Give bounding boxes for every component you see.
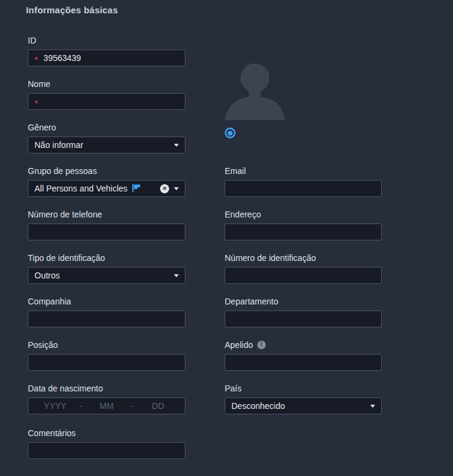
genero-label: Gênero [28,122,185,133]
apelido-input[interactable] [231,355,375,370]
departamento-label: Departamento [225,296,382,307]
numero-identificacao-input[interactable] [231,268,375,283]
pais-field: País Desconhecido [225,383,382,414]
pais-label: País [225,383,382,394]
caret-down-icon [370,405,375,408]
grupo-pessoas-field: Grupo de pessoas All Persons and Vehicle… [28,166,185,197]
tipo-identificacao-field: Tipo de identificação Outros [28,252,185,284]
flag-icon [131,184,141,194]
numero-identificacao-field: Número de identificação [225,252,382,284]
year-placeholder[interactable]: YYYY [31,401,80,411]
comentarios-input[interactable] [34,443,179,458]
posicao-input-box[interactable] [28,354,185,371]
nome-input-box[interactable]: * [28,93,185,110]
genero-select[interactable]: Não informar [28,137,185,153]
grupo-pessoas-selected-value: All Persons and Vehicles [34,184,127,193]
endereco-input[interactable] [231,225,375,239]
comentarios-input-box[interactable] [28,442,185,459]
posicao-label: Posição [28,339,185,350]
clear-selection-icon[interactable]: ✕ [160,184,169,193]
comentarios-label: Comentários [28,428,185,439]
id-input[interactable] [43,51,179,65]
companhia-label: Companhia [28,296,185,307]
email-field: Email [225,166,382,197]
email-input-box[interactable] [225,180,382,197]
endereco-field: Endereço [225,209,382,240]
nome-label: Nome [28,79,185,89]
companhia-input[interactable] [34,312,179,326]
caret-down-icon [174,274,179,277]
apelido-field: Apelido ! [225,339,382,371]
numero-identificacao-label: Número de identificação [225,252,382,263]
departamento-input[interactable] [231,312,375,326]
telefone-label: Número de telefone [28,209,185,220]
companhia-field: Companhia [28,296,185,327]
data-nascimento-label: Data de nascimento [28,383,185,394]
departamento-input-box[interactable] [225,310,382,327]
telefone-field: Número de telefone [28,209,185,240]
required-asterisk: * [34,52,38,64]
telefone-input-box[interactable] [28,224,185,240]
numero-identificacao-input-box[interactable] [225,267,382,284]
tipo-identificacao-label: Tipo de identificação [28,252,185,263]
month-placeholder[interactable]: MM [82,401,131,411]
info-icon[interactable]: ! [257,341,266,349]
email-label: Email [225,166,382,176]
posicao-input[interactable] [34,355,179,370]
day-placeholder[interactable]: DD [133,401,182,411]
endereco-input-box[interactable] [225,224,382,240]
apelido-input-box[interactable] [225,354,382,371]
person-silhouette-icon [225,48,285,120]
companhia-input-box[interactable] [28,310,185,327]
grupo-pessoas-label: Grupo de pessoas [28,166,185,176]
pais-selected-value: Desconhecido [231,401,365,411]
caret-down-icon [174,144,179,147]
telefone-input[interactable] [34,225,179,239]
comentarios-field: Comentários [28,428,185,459]
avatar-capture-icon [224,127,236,139]
pais-select[interactable]: Desconhecido [225,397,382,414]
id-field: ID * [28,35,185,66]
tipo-identificacao-select[interactable]: Outros [28,267,185,284]
genero-field: Gênero Não informar [28,122,185,153]
id-label: ID [28,35,185,46]
endereco-label: Endereço [225,209,382,220]
tipo-identificacao-selected-value: Outros [34,271,169,280]
data-nascimento-input[interactable]: YYYY - MM - DD [28,397,185,414]
capture-photo-button[interactable] [224,127,236,139]
caret-down-icon [174,187,179,190]
id-input-box[interactable]: * [28,50,185,66]
profile-photo-upload[interactable] [225,48,285,120]
grupo-pessoas-select[interactable]: All Persons and Vehicles ✕ [28,180,185,197]
section-title: Informações básicas [26,5,118,15]
nome-input[interactable] [43,94,179,109]
posicao-field: Posição [28,339,185,371]
email-input[interactable] [231,181,375,196]
genero-selected-value: Não informar [34,140,169,150]
apelido-label: Apelido [225,340,253,350]
required-asterisk: * [34,95,38,108]
nome-field: Nome * [28,79,185,110]
data-nascimento-field: Data de nascimento YYYY - MM - DD [28,383,185,414]
basic-info-form: Informações básicas ID * Nome * Gênero [0,0,453,476]
departamento-field: Departamento [225,296,382,327]
